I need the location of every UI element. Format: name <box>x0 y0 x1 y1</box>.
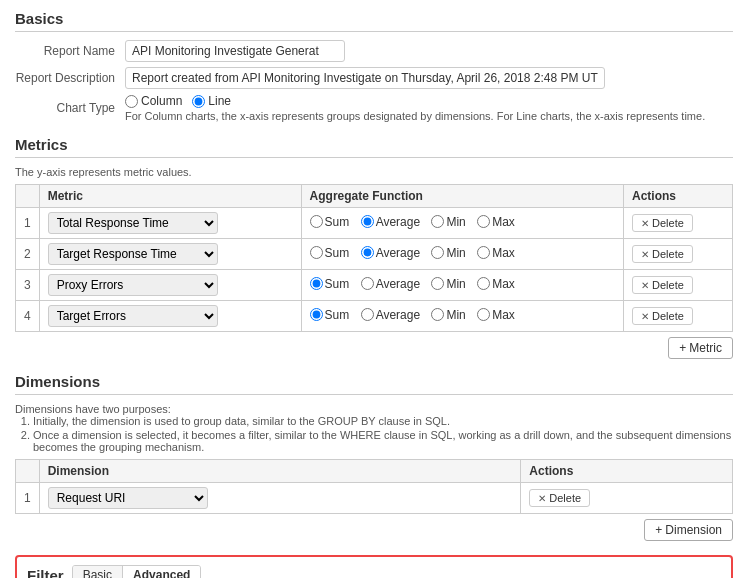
agg-option-sum[interactable]: Sum <box>310 215 350 229</box>
agg-option-max[interactable]: Max <box>477 246 515 260</box>
metrics-header-row: Metric Aggregate Function Actions <box>16 185 733 208</box>
metric-row-num: 2 <box>16 239 40 270</box>
metrics-title: Metrics <box>15 136 733 158</box>
agg-radio[interactable] <box>477 277 490 290</box>
metric-select[interactable]: Target Errors <box>48 305 218 327</box>
plus-icon: + <box>679 341 686 355</box>
agg-option-min[interactable]: Min <box>431 277 465 291</box>
delete-dimension-button[interactable]: ✕ Delete <box>529 489 590 507</box>
agg-option-average[interactable]: Average <box>361 246 420 260</box>
report-name-value <box>125 40 733 62</box>
metric-select[interactable]: Total Response Time <box>48 212 218 234</box>
dimensions-desc-1: Initially, the dimension is used to grou… <box>33 415 733 427</box>
basics-section: Basics Report Name Report Description Ch… <box>15 10 733 122</box>
agg-radio[interactable] <box>310 215 323 228</box>
x-icon: ✕ <box>641 311 649 322</box>
agg-cell: Sum Average Min Max <box>301 208 623 239</box>
add-dimension-label: Dimension <box>665 523 722 537</box>
dimensions-title: Dimensions <box>15 373 733 395</box>
actions-cell: ✕ Delete <box>624 208 733 239</box>
report-desc-label: Report Description <box>15 71 125 85</box>
dimensions-desc-2: Once a dimension is selected, it becomes… <box>33 429 733 453</box>
report-desc-row: Report Description <box>15 67 733 89</box>
filter-header: Filter Basic Advanced <box>27 565 721 578</box>
report-desc-input[interactable] <box>125 67 605 89</box>
chart-type-line-radio[interactable] <box>192 95 205 108</box>
agg-radio[interactable] <box>361 308 374 321</box>
agg-radio[interactable] <box>431 246 444 259</box>
metric-cell: Target Errors <box>39 301 301 332</box>
dim-col-num <box>16 460 40 483</box>
filter-tab-advanced[interactable]: Advanced <box>123 566 200 578</box>
report-name-label: Report Name <box>15 44 125 58</box>
filter-tab-basic[interactable]: Basic <box>73 566 123 578</box>
metric-select[interactable]: Proxy Errors <box>48 274 218 296</box>
add-dimension-button[interactable]: + Dimension <box>644 519 733 541</box>
metric-cell: Proxy Errors <box>39 270 301 301</box>
col-num <box>16 185 40 208</box>
agg-radio[interactable] <box>477 215 490 228</box>
chart-type-label: Chart Type <box>15 101 125 115</box>
agg-option-sum[interactable]: Sum <box>310 246 350 260</box>
add-metric-label: Metric <box>689 341 722 355</box>
agg-cell: Sum Average Min Max <box>301 301 623 332</box>
agg-option-average[interactable]: Average <box>361 308 420 322</box>
report-desc-value <box>125 67 733 89</box>
agg-radio[interactable] <box>361 246 374 259</box>
filter-tabs: Basic Advanced <box>72 565 202 578</box>
agg-radio[interactable] <box>431 277 444 290</box>
add-metric-button[interactable]: + Metric <box>668 337 733 359</box>
agg-radio[interactable] <box>431 215 444 228</box>
x-icon: ✕ <box>538 493 546 504</box>
agg-radio[interactable] <box>361 277 374 290</box>
dim-col-actions-header: Actions <box>521 460 733 483</box>
delete-metric-button[interactable]: ✕ Delete <box>632 307 693 325</box>
agg-option-max[interactable]: Max <box>477 215 515 229</box>
dimensions-table: Dimension Actions 1 Request URI ✕ Delete <box>15 459 733 514</box>
agg-option-average[interactable]: Average <box>361 215 420 229</box>
agg-option-min[interactable]: Min <box>431 246 465 260</box>
agg-option-sum[interactable]: Sum <box>310 308 350 322</box>
agg-radio[interactable] <box>477 308 490 321</box>
agg-radio[interactable] <box>310 246 323 259</box>
agg-option-max[interactable]: Max <box>477 308 515 322</box>
metric-row-num: 4 <box>16 301 40 332</box>
agg-option-min[interactable]: Min <box>431 308 465 322</box>
dimensions-section: Dimensions Dimensions have two purposes:… <box>15 373 733 541</box>
agg-radio[interactable] <box>477 246 490 259</box>
table-row: 1 Request URI ✕ Delete <box>16 483 733 514</box>
agg-radio[interactable] <box>310 277 323 290</box>
dim-cell: Request URI <box>39 483 521 514</box>
delete-metric-button[interactable]: ✕ Delete <box>632 214 693 232</box>
metric-row-num: 3 <box>16 270 40 301</box>
metrics-table: Metric Aggregate Function Actions 1 Tota… <box>15 184 733 332</box>
agg-option-max[interactable]: Max <box>477 277 515 291</box>
delete-metric-button[interactable]: ✕ Delete <box>632 276 693 294</box>
chart-type-line-option[interactable]: Line <box>192 94 231 108</box>
chart-type-column-radio[interactable] <box>125 95 138 108</box>
agg-radio[interactable] <box>310 308 323 321</box>
metric-select[interactable]: Target Response Time <box>48 243 218 265</box>
dim-actions-cell: ✕ Delete <box>521 483 733 514</box>
dimensions-desc-list: Initially, the dimension is used to grou… <box>15 415 733 453</box>
metric-cell: Total Response Time <box>39 208 301 239</box>
agg-radio[interactable] <box>431 308 444 321</box>
chart-type-column-option[interactable]: Column <box>125 94 182 108</box>
actions-cell: ✕ Delete <box>624 301 733 332</box>
dim-row-num: 1 <box>16 483 40 514</box>
dimension-select[interactable]: Request URI <box>48 487 208 509</box>
agg-option-sum[interactable]: Sum <box>310 277 350 291</box>
agg-option-average[interactable]: Average <box>361 277 420 291</box>
report-name-row: Report Name <box>15 40 733 62</box>
agg-cell: Sum Average Min Max <box>301 239 623 270</box>
report-name-input[interactable] <box>125 40 345 62</box>
col-actions-header: Actions <box>624 185 733 208</box>
dimensions-header-row: Dimension Actions <box>16 460 733 483</box>
metric-row-num: 1 <box>16 208 40 239</box>
agg-option-min[interactable]: Min <box>431 215 465 229</box>
plus-icon-dim: + <box>655 523 662 537</box>
actions-cell: ✕ Delete <box>624 239 733 270</box>
table-row: 1 Total Response Time Sum Average <box>16 208 733 239</box>
agg-radio[interactable] <box>361 215 374 228</box>
delete-metric-button[interactable]: ✕ Delete <box>632 245 693 263</box>
